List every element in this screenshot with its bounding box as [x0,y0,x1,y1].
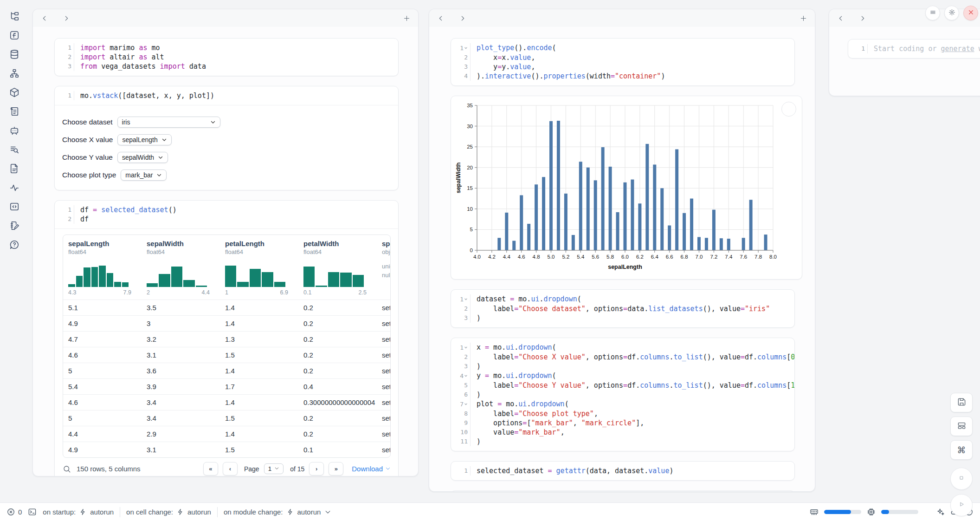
line-number: 2 [55,215,74,224]
table-cell: setosa [377,335,390,343]
column-min-max: 24.4 [147,289,210,296]
lightning-icon [176,508,185,516]
chevron-right-icon[interactable] [458,14,466,22]
ram-icon [810,508,819,516]
table-row[interactable]: 4.73.21.30.2setosa [63,331,390,347]
column-histogram[interactable] [225,262,285,287]
table-row[interactable]: 4.42.91.40.2setosa [63,426,390,442]
code-editor[interactable]: 1import marimo as mo2import altair as al… [55,39,398,76]
chevron-right-icon[interactable] [62,14,70,22]
dependency-graph-icon[interactable] [8,67,20,79]
column-name[interactable]: petalWidth [303,240,377,247]
table-row[interactable]: 53.41.50.2setosa [63,410,390,426]
code-editor[interactable]: 1selected_dataset = getattr(data, datase… [451,462,794,480]
search-icon[interactable] [63,465,71,473]
table-row[interactable]: 5.13.51.40.2setosa [63,300,390,315]
chevron-left-icon[interactable] [837,14,845,22]
table-row[interactable]: 4.63.11.50.2setosa [63,347,390,363]
code-editor[interactable]: 1df = selected_dataset()2df [55,201,398,228]
table-row[interactable]: 53.61.40.2setosa [63,363,390,378]
chat-icon[interactable] [8,124,20,137]
file-tree-icon[interactable] [8,10,20,22]
help-icon[interactable] [8,239,20,251]
cpu-icon [867,508,876,516]
column-name[interactable]: sepalLength [68,240,142,247]
first-page-button[interactable]: « [203,462,218,475]
column-name[interactable]: sepalWidth [147,240,220,247]
dropdown-select[interactable]: sepalWidth [117,152,168,163]
packages-icon[interactable] [8,86,20,98]
run-button[interactable] [950,494,973,516]
column-histogram[interactable] [147,262,207,287]
settings-button[interactable] [944,6,959,20]
page-select[interactable]: 1 [264,463,284,474]
code-editor[interactable]: 1mo.vstack([dataset, x, y, plot]) [55,86,398,105]
terminal-icon[interactable] [28,508,37,516]
dropdown-select[interactable]: mark_bar [121,169,167,181]
snippets-icon[interactable] [8,201,20,213]
layout-button[interactable] [950,417,973,436]
chevron-left-icon[interactable] [437,14,445,22]
command-icon: ⌘ [957,445,966,456]
tracing-icon[interactable] [8,182,20,194]
next-page-button[interactable]: › [309,462,324,475]
code-editor[interactable]: 1dataset = mo.ui.dropdown(2 label="Choos… [451,290,794,327]
database-icon[interactable] [8,48,20,60]
svg-text:6.0: 6.0 [621,254,629,260]
prev-page-button[interactable]: ‹ [223,462,238,475]
search-list-icon[interactable] [8,143,20,156]
code-editor[interactable]: 1 Start coding or generate with AI [848,39,980,58]
ai-sparkles-icon[interactable] [936,508,945,516]
table-cell: 3.1 [142,351,220,359]
column-header: speciesobjectunique:nulls: [377,240,390,296]
cell-selected-dataset: 1selected_dataset = getattr(data, datase… [451,461,795,481]
column-histogram[interactable] [68,262,129,287]
control-label: Choose Y value [62,153,113,162]
save-button[interactable] [950,393,973,412]
add-cell-icon[interactable] [402,14,411,22]
functions-icon[interactable] [8,29,20,41]
line-number: 1 [55,205,74,215]
error-indicator[interactable]: 0 [6,508,22,516]
last-page-button[interactable]: » [329,462,343,475]
dropdown-select[interactable]: iris [117,117,220,128]
menu-button[interactable] [925,6,940,20]
svg-text:25: 25 [467,144,473,150]
table-cell: 3.4 [142,414,220,422]
bar-chart[interactable]: 051015202530354.04.24.44.64.85.05.25.45.… [455,101,798,274]
on-module-change-setting[interactable]: on module change: autorun [224,508,332,516]
cpu-usage-meter[interactable] [881,510,918,514]
generate-link[interactable]: generate [941,45,974,53]
svg-text:6.6: 6.6 [666,254,673,260]
cell-dataset-dropdown: 1dataset = mo.ui.dropdown(2 label="Choos… [451,289,795,328]
table-cell: 4.6 [63,351,142,359]
table-row[interactable]: 5.43.91.70.4setosa [63,378,390,394]
on-startup-setting[interactable]: on startup: autorun [43,508,114,516]
code-editor[interactable]: 1plot_type().encode(2 x=x.value,3 y=y.va… [451,39,794,85]
scratchpad-icon[interactable] [8,220,20,232]
dropdown-select[interactable]: sepalLength [117,134,171,145]
add-cell-icon[interactable] [799,14,807,22]
stop-button[interactable] [950,468,973,490]
close-button[interactable] [963,6,978,20]
download-link[interactable]: Download [352,465,391,473]
logs-icon[interactable] [8,105,20,117]
chevron-right-icon[interactable] [858,14,866,22]
documentation-icon[interactable] [8,163,20,175]
table-cell: setosa [377,304,390,312]
on-cell-change-setting[interactable]: on cell change: autorun [126,508,211,516]
line-number: 1 [451,466,470,475]
column-name[interactable]: species [382,240,390,247]
chevron-left-icon[interactable] [40,14,49,22]
ram-usage-meter[interactable] [824,510,861,514]
table-row[interactable]: 4.63.41.40.30000000000000004setosa [63,394,390,410]
command-palette-button[interactable]: ⌘ [950,440,973,460]
table-row[interactable]: 4.931.40.2setosa [63,315,390,331]
column-name[interactable]: petalLength [225,240,298,247]
table-row[interactable]: 4.93.11.50.1setosa [63,442,390,457]
code-editor[interactable]: 1x = mo.ui.dropdown(2 label="Choose X va… [451,338,794,451]
chart-actions-button[interactable] [781,102,796,117]
code-editor[interactable]: 1plot_type = getattr(alt.Chart(df), plot… [451,491,794,492]
table-cell: 1.7 [220,383,298,391]
column-histogram[interactable] [303,262,364,287]
